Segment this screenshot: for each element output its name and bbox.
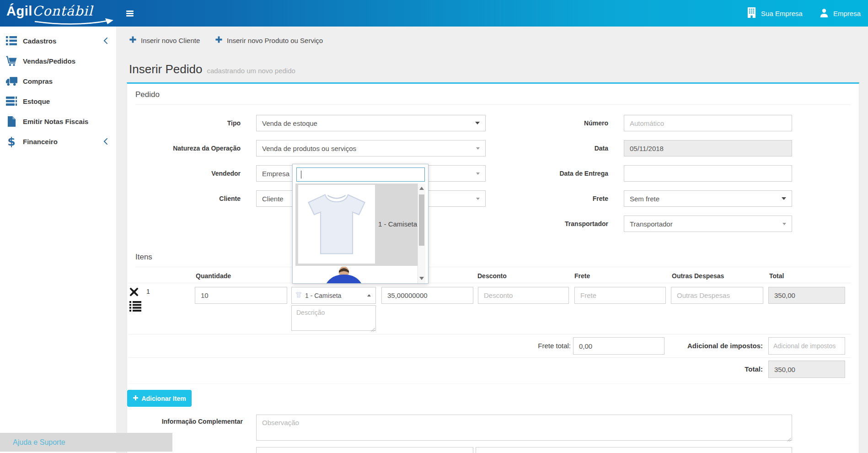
stack-icon	[5, 95, 18, 107]
section-title-pedido: Pedido	[135, 90, 160, 99]
col-header-outras-despesas: Outras Despesas	[672, 272, 724, 280]
logo-arrow-icon	[33, 18, 116, 28]
divider	[129, 357, 851, 358]
company-link-label: Sua Empresa	[761, 10, 803, 17]
numero-input[interactable]	[624, 115, 792, 131]
divider	[135, 104, 851, 105]
file-icon	[5, 115, 18, 127]
discount-input[interactable]	[478, 287, 569, 304]
product-option-next[interactable]	[295, 267, 418, 283]
tipo-label: Tipo	[135, 119, 241, 127]
frete-select[interactable]: Sem frete	[624, 190, 792, 207]
transportador-select[interactable]: Transportador	[624, 216, 792, 232]
delete-item-icon[interactable]	[129, 287, 139, 298]
item-details-icon[interactable]	[129, 301, 142, 313]
product-image-tshirt	[298, 185, 375, 264]
product-search-input[interactable]	[296, 167, 425, 182]
col-header-total: Total	[769, 272, 784, 280]
company-link[interactable]: Sua Empresa	[746, 7, 803, 20]
page-header: Inserir Pedido cadastrando um novo pedid…	[129, 62, 295, 76]
insert-product-label: Inserir novo Produto ou Serviço	[227, 37, 323, 44]
product-option-camiseta[interactable]: 1 - Camiseta	[295, 183, 418, 266]
sidebar-item-financeiro[interactable]: $ Financeiro	[0, 131, 116, 151]
menu-toggle-icon[interactable]	[126, 11, 134, 17]
data-entrega-input[interactable]	[624, 165, 792, 182]
natureza-label: Natureza da Operação	[135, 144, 241, 152]
plus-icon	[215, 36, 223, 45]
frete-label: Frete	[503, 194, 608, 203]
tipo-select-value: Venda de estoque	[262, 119, 317, 127]
add-item-button[interactable]: Adicionar Item	[127, 390, 192, 407]
natureza-select-value: Venda de produtos ou serviços	[262, 145, 356, 152]
page-subtitle: cadastrando um novo pedido	[207, 67, 295, 75]
sidebar-item-emitir-notas[interactable]: Emitir Notas Fiscais	[0, 111, 116, 131]
user-menu-label: Empresa	[833, 10, 861, 17]
sidebar-item-cadastros[interactable]: Cadastros	[0, 31, 116, 51]
product-dropdown: 1 - Camiseta	[292, 164, 429, 284]
observacao-textarea[interactable]	[256, 415, 792, 441]
product-select-content: 1 - Camiseta	[295, 291, 341, 300]
resize-handle-icon[interactable]	[787, 435, 791, 443]
sidebar: Cadastros Vendas/Pedidos Compras Estoque…	[0, 27, 116, 453]
transportador-select-value: Transportador	[630, 220, 673, 228]
numero-label: Número	[503, 119, 608, 127]
scroll-up-icon[interactable]	[419, 187, 424, 190]
sidebar-item-compras[interactable]: Compras	[0, 71, 116, 91]
chevron-down-icon	[782, 197, 786, 200]
tshirt-thumbnail-icon	[295, 291, 302, 300]
partial-field[interactable]	[476, 447, 792, 453]
add-item-button-label: Adicionar Item	[141, 395, 186, 402]
tipo-select[interactable]: Venda de estoque	[256, 115, 486, 131]
sidebar-item-label: Cadastros	[23, 37, 56, 45]
cliente-label: Cliente	[135, 194, 241, 203]
sidebar-item-label: Compras	[23, 77, 53, 85]
frete-total-input[interactable]	[573, 337, 664, 355]
sidebar-item-label: Financeiro	[23, 138, 58, 146]
product-image-blue-shirt	[316, 267, 372, 283]
resize-handle-icon[interactable]	[370, 325, 375, 334]
logo-text-contabil: Contábil	[32, 3, 93, 19]
order-total-input[interactable]	[768, 361, 845, 378]
cliente-select-value: Cliente	[262, 195, 284, 203]
app-logo[interactable]: ÁgilContábil	[6, 3, 118, 24]
col-header-frete: Frete	[574, 272, 590, 280]
chevron-down-icon	[476, 147, 480, 150]
dollar-icon: $	[5, 135, 18, 147]
sidebar-item-label: Vendas/Pedidos	[23, 57, 75, 65]
data-input[interactable]	[624, 140, 792, 156]
quantity-input[interactable]	[195, 287, 287, 304]
scrollbar-thumb[interactable]	[419, 194, 424, 246]
chevron-left-icon	[102, 37, 109, 47]
product-select-value: 1 - Camiseta	[305, 292, 341, 299]
divider	[135, 267, 851, 267]
natureza-select[interactable]: Venda de produtos ou serviços	[256, 140, 486, 156]
product-select[interactable]: 1 - Camiseta	[291, 287, 376, 304]
item-freight-input[interactable]	[574, 287, 666, 304]
section-title-itens: Itens	[135, 253, 152, 262]
transportador-label: Transportador	[503, 220, 608, 228]
cart-icon	[5, 55, 18, 67]
impostos-input[interactable]	[768, 337, 845, 355]
list-icon	[5, 35, 18, 47]
insert-product-link[interactable]: Inserir novo Produto ou Serviço	[215, 36, 323, 45]
page-title: Inserir Pedido	[129, 62, 202, 76]
sidebar-item-vendas-pedidos[interactable]: Vendas/Pedidos	[0, 51, 116, 71]
scroll-down-icon[interactable]	[419, 277, 424, 280]
topbar: ÁgilContábil Sua Empresa Empresa	[0, 0, 868, 27]
building-icon	[746, 7, 757, 20]
partial-field[interactable]	[256, 447, 473, 453]
insert-client-link[interactable]: Inserir novo Cliente	[129, 36, 200, 45]
plus-icon	[133, 395, 139, 402]
help-support-link[interactable]: Ajuda e Suporte	[0, 433, 172, 452]
item-total-input[interactable]	[768, 287, 845, 304]
unit-price-input[interactable]	[381, 287, 473, 304]
user-menu[interactable]: Empresa	[819, 8, 861, 19]
vendedor-select-value: Empresa	[262, 170, 289, 178]
order-panel	[127, 82, 859, 453]
chevron-up-icon	[367, 294, 371, 297]
sidebar-item-estoque[interactable]: Estoque	[0, 91, 116, 111]
other-expenses-input[interactable]	[671, 287, 763, 304]
sidebar-item-label: Emitir Notas Fiscais	[23, 118, 88, 125]
divider	[129, 334, 851, 334]
description-textarea[interactable]	[291, 305, 376, 331]
